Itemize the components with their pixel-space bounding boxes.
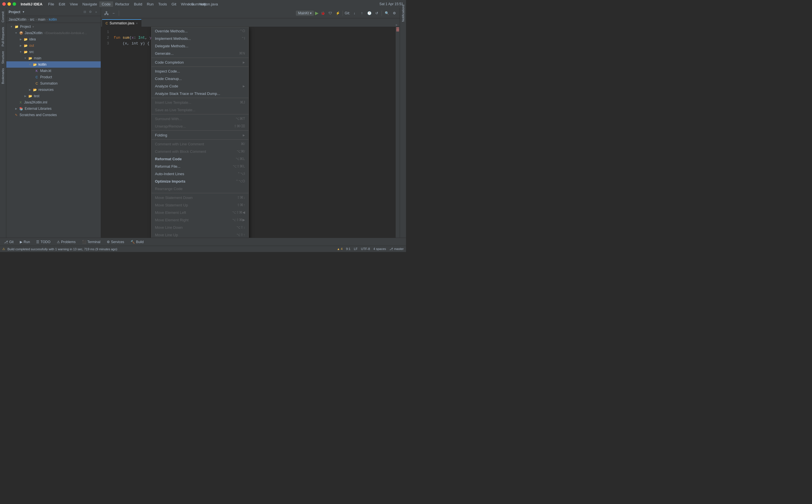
warnings-count[interactable]: ▲ 4 [337, 247, 343, 251]
profile-button[interactable]: ⚡ [335, 10, 341, 16]
run-config-selector[interactable]: MainKt ▾ [296, 11, 314, 16]
tree-item-project[interactable]: ▼ 📁 Project ▾ [6, 24, 101, 30]
project-panel-header: Project ▾ ⊟ ⚙ × [6, 8, 101, 16]
menu-item-run[interactable]: Run [144, 1, 156, 7]
toolbar-separator [119, 11, 119, 16]
debug-button[interactable]: 🐞 [320, 10, 326, 16]
bottom-tab-problems[interactable]: ⚠ Problems [54, 239, 79, 245]
recent-files-icon[interactable]: ≡ [396, 23, 397, 27]
bottom-tab-todo[interactable]: ☰ TODO [33, 239, 53, 245]
navigate-back-btn[interactable]: ← [111, 10, 117, 16]
menu-item-app[interactable]: IntelliJ IDEA [18, 1, 45, 7]
tree-arrow: ▶ [14, 106, 18, 111]
cm-reformat-file[interactable]: Reformat File... ⌥⇧⌘L [151, 163, 249, 170]
tree-item-summation[interactable]: C Summation [6, 80, 101, 87]
bottom-tab-build[interactable]: 🔨 Build [128, 239, 146, 245]
git-revert-btn[interactable]: ↺ [374, 10, 380, 16]
git-update-btn[interactable]: ↓ [351, 10, 358, 16]
cm-implement-methods[interactable]: Implement Methods... ⌃I [151, 35, 249, 42]
cm-delegate-methods[interactable]: Delegate Methods... [151, 42, 249, 50]
tree-label: External Libraries [25, 107, 51, 111]
commit-tab[interactable]: Commit [0, 9, 6, 25]
menu-item-tools[interactable]: Tools [156, 1, 169, 7]
project-tree: ▼ 📁 Project ▾ ▼ 📦 Java2Kotlin ~/Download… [6, 23, 101, 238]
cm-inspect-code[interactable]: Inspect Code... [151, 67, 249, 75]
cm-analyze-stack-trace[interactable]: Analyze Stack Trace or Thread Dump... [151, 90, 249, 97]
cm-generate[interactable]: Generate... ⌘N [151, 50, 249, 57]
project-dropdown-icon[interactable]: ▾ [23, 10, 24, 14]
tree-item-kotlin[interactable]: ▼ 📂 kotlin [6, 61, 101, 68]
tree-label: Java2Kotlin.iml [24, 100, 47, 104]
tree-item-out[interactable]: ▶ 📂 out [6, 42, 101, 49]
menu-item-view[interactable]: View [67, 1, 80, 7]
tree-item-scratches[interactable]: ✎ Scratches and Consoles [6, 112, 101, 118]
cm-code-completion[interactable]: Code Completion ▶ [151, 58, 249, 66]
list-icon: ☰ [36, 240, 39, 244]
notifications-icon[interactable]: Notifications [400, 10, 406, 16]
bottom-tab-label: Run [24, 240, 30, 244]
tree-item-main-kt[interactable]: K Main.kt [6, 68, 101, 74]
cm-override-methods[interactable]: Override Methods... ⌃O [151, 27, 249, 35]
minimize-button[interactable] [7, 2, 11, 6]
settings-icon[interactable]: ⚙ [88, 10, 93, 14]
menu-item-build[interactable]: Build [132, 1, 144, 7]
tree-label: main [34, 56, 41, 60]
menu-item-code[interactable]: Code [99, 1, 113, 7]
bottom-tabs: ⎇ Git ▶ Run ☰ TODO ⚠ Problems ⬛ Terminal… [0, 238, 406, 246]
run-config-dropdown-icon: ▾ [310, 11, 312, 15]
cm-sep-5 [151, 130, 249, 131]
structure-tab[interactable]: Structure [0, 49, 6, 66]
search-everywhere-btn[interactable]: 🔍 [384, 10, 390, 16]
git-branch[interactable]: ⎇ master [389, 247, 404, 251]
bookmarks-tab[interactable]: Bookmarks [0, 66, 6, 86]
editor-area: ← MainKt ▾ ▶ 🐞 🛡 ⚡ Git: ↓ ↑ 🕐 ↺ [101, 8, 400, 238]
tree-item-test[interactable]: ▶ 📂 test [6, 93, 101, 99]
status-message: Build completed successfully with 1 warn… [7, 247, 117, 251]
tab-right-icons: ≡ [396, 23, 400, 27]
cm-folding[interactable]: Folding ▶ [151, 131, 249, 139]
vcs-popup-btn[interactable] [103, 10, 110, 16]
tree-item-main[interactable]: ▼ 📂 main [6, 55, 101, 61]
bottom-tab-services[interactable]: ⚙ Services [104, 239, 127, 245]
collapse-all-icon[interactable]: ⊟ [82, 10, 87, 14]
menu-item-file[interactable]: File [46, 1, 56, 7]
git-history-btn[interactable]: 🕐 [366, 10, 372, 16]
cm-auto-indent[interactable]: Auto-Indent Lines ⌃⌥I [151, 170, 249, 177]
tree-item-product[interactable]: C Product [6, 74, 101, 80]
maximize-button[interactable] [13, 2, 16, 6]
tree-arrow: ▼ [28, 62, 32, 67]
bottom-tab-git[interactable]: ⎇ Git [1, 239, 16, 245]
cm-sep-7 [151, 193, 249, 193]
menu-item-git[interactable]: Git [169, 1, 179, 7]
run-button[interactable]: ▶ [315, 10, 319, 16]
tree-item-ext-libs[interactable]: ▶ 📚 External Libraries [6, 106, 101, 112]
git-push-btn[interactable]: ↑ [359, 10, 365, 16]
breadcrumb-item-0: Java2Kotlin [9, 17, 26, 22]
traffic-lights [2, 2, 16, 6]
cm-reformat-code[interactable]: Reformat Code ⌥⌘L [151, 155, 249, 163]
tree-item-resources[interactable]: ▶ 📂 resources [6, 87, 101, 93]
menu-item-refactor[interactable]: Refactor [113, 1, 132, 7]
tree-label: Product [40, 75, 52, 79]
cm-optimize-imports[interactable]: Optimize Imports ⌃⌥O [151, 177, 249, 185]
tree-item-src[interactable]: ▼ 📂 src [6, 49, 101, 55]
close-button[interactable] [2, 2, 6, 6]
menu-item-navigate[interactable]: Navigate [80, 1, 99, 7]
titlebar-right: Sat 1 Apr 15:51 [379, 0, 403, 8]
bottom-tab-terminal[interactable]: ⬛ Terminal [79, 239, 103, 245]
settings-btn[interactable]: ⚙ [391, 10, 397, 16]
menu-item-edit[interactable]: Edit [56, 1, 67, 7]
cm-move-line-up: Move Line Up ⌥⇧↑ [151, 231, 249, 238]
close-panel-icon[interactable]: × [94, 10, 98, 14]
cm-surround-with: Surround With... ⌥⌘T [151, 115, 249, 122]
tree-item-iml[interactable]: X Java2Kotlin.iml [6, 99, 101, 106]
tab-close-icon[interactable]: × [136, 22, 138, 25]
cm-analyze-code[interactable]: Analyze Code ▶ [151, 82, 249, 90]
tab-summation[interactable]: C Summation.java × [102, 19, 141, 27]
bottom-tab-run[interactable]: ▶ Run [17, 239, 33, 245]
cm-code-cleanup[interactable]: Code Cleanup... [151, 75, 249, 82]
pull-requests-tab[interactable]: Pull Requests [0, 25, 6, 49]
coverage-button[interactable]: 🛡 [327, 10, 333, 16]
tree-item-java2kotlin[interactable]: ▼ 📦 Java2Kotlin ~/Downloads/kotlin-lombo… [6, 30, 101, 36]
tree-item-idea[interactable]: ▶ 📂 idea [6, 36, 101, 42]
